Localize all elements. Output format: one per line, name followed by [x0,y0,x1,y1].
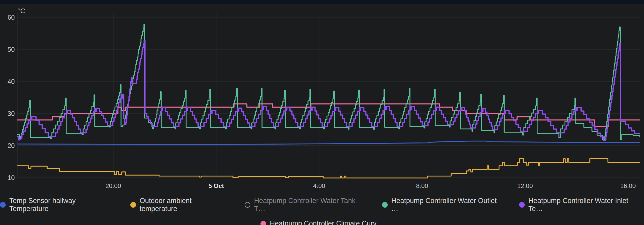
y-axis-tick-label: 10 [8,174,15,181]
series-line [18,141,640,145]
legend-item-label: Heatpump Controller Climate Curv… [270,220,384,225]
x-axis-tick-label: 12:00 [517,182,533,189]
legend-item[interactable]: Outdoor ambient temperature [130,197,231,213]
legend: Temp Sensor hallway TemperatureOutdoor a… [0,193,644,225]
series-color-dot [130,202,136,208]
y-axis-tick-label: 30 [8,110,15,117]
legend-item[interactable]: Heatpump Controller Water Outlet … [382,197,505,213]
series-color-dot [245,202,250,208]
legend-item-label: Outdoor ambient temperature [140,197,231,213]
x-axis-tick-label: 20:00 [106,182,121,189]
y-axis-unit-label: °C [18,7,25,15]
series-color-dot [519,202,525,208]
legend-row-2: Heatpump Controller Climate Curv… [260,220,384,225]
legend-item-label: Heatpump Controller Water Tank T… [254,197,368,213]
legend-item[interactable]: Heatpump Controller Water Tank T… [245,197,368,213]
x-axis-tick-label: 4:00 [313,182,325,189]
y-axis-tick-label: 60 [8,14,15,21]
timeseries-chart: °C60504030201020:005 Oct4:008:0012:0016:… [0,0,644,193]
legend-item[interactable]: Heatpump Controller Climate Curv… [260,220,384,225]
legend-item[interactable]: Heatpump Controller Water Inlet Te… [519,197,644,213]
legend-row-1: Temp Sensor hallway TemperatureOutdoor a… [0,197,644,213]
x-axis-tick-label: 16:00 [620,182,636,189]
y-axis-tick-label: 20 [8,142,15,149]
legend-item-label: Heatpump Controller Water Outlet … [391,197,505,213]
legend-item-label: Heatpump Controller Water Inlet Te… [528,197,644,213]
series-line [18,159,640,178]
x-axis-tick-label: 8:00 [416,182,428,189]
x-axis-tick-label: 5 Oct [208,182,224,189]
y-axis-tick-label: 40 [8,78,15,85]
series-color-dot [0,202,6,208]
series-color-dot [260,221,266,225]
legend-item[interactable]: Temp Sensor hallway Temperature [0,197,116,213]
y-axis-tick-label: 50 [8,46,15,53]
series-color-dot [382,202,388,208]
series-line [18,40,640,140]
legend-item-label: Temp Sensor hallway Temperature [9,197,116,213]
